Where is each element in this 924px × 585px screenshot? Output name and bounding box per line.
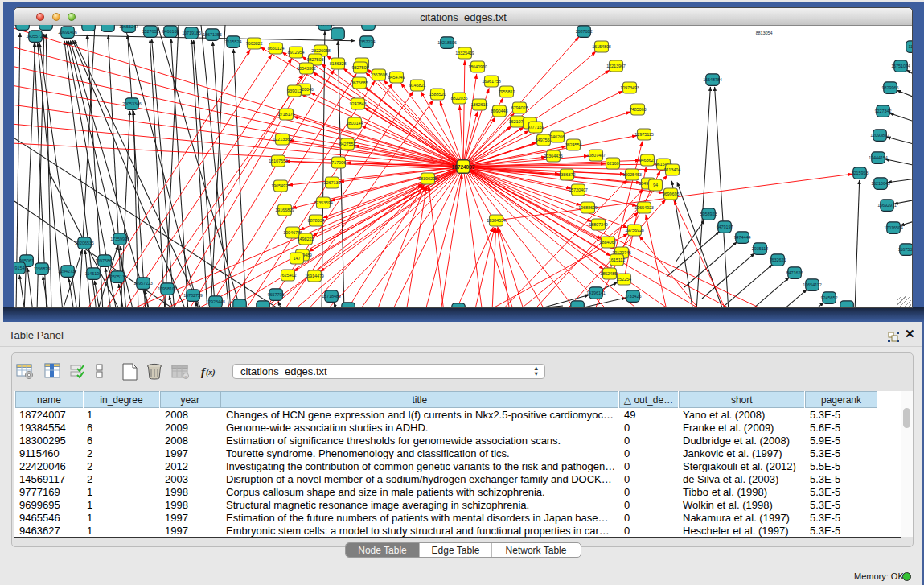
svg-text:18300295: 18300295 (418, 176, 437, 181)
svg-text:8427552: 8427552 (339, 142, 356, 146)
svg-text:8454749: 8454749 (388, 75, 405, 80)
svg-text:7515524: 7515524 (225, 39, 242, 44)
svg-text:8471626: 8471626 (786, 270, 803, 275)
svg-text:1615112: 1615112 (609, 257, 625, 262)
svg-text:8186328: 8186328 (330, 61, 347, 66)
svg-text:7625402: 7625402 (280, 273, 297, 278)
svg-text:3824554: 3824554 (565, 142, 582, 147)
svg-text:13325419: 13325419 (455, 51, 474, 56)
svg-text:9777169: 9777169 (528, 125, 544, 130)
svg-text:17957223: 17957223 (133, 281, 153, 286)
svg-text:9657791: 9657791 (268, 292, 285, 297)
svg-text:16033809: 16033809 (315, 25, 335, 27)
svg-text:10688609: 10688609 (578, 205, 598, 210)
svg-text:939012: 939012 (287, 89, 302, 93)
svg-text:15692971: 15692971 (877, 203, 897, 208)
svg-text:19756928: 19756928 (625, 228, 644, 233)
svg-text:10543362: 10543362 (297, 66, 316, 71)
svg-text:1145194: 1145194 (85, 271, 101, 276)
svg-text:1588520: 1588520 (429, 92, 446, 97)
svg-text:12975115: 12975115 (634, 132, 653, 137)
svg-text:9329966: 9329966 (882, 85, 899, 90)
svg-text:16648784: 16648784 (703, 77, 722, 82)
svg-text:19166829: 19166829 (275, 208, 294, 212)
svg-text:9245652: 9245652 (821, 295, 838, 300)
svg-text:147: 147 (294, 256, 301, 261)
svg-text:2935114: 2935114 (752, 246, 768, 251)
svg-text:8813054: 8813054 (756, 31, 773, 35)
svg-text:20691406: 20691406 (58, 30, 77, 35)
svg-text:7663822: 7663822 (246, 41, 263, 46)
svg-text:2718176: 2718176 (278, 112, 295, 117)
svg-text:8215953: 8215953 (852, 171, 869, 175)
svg-text:16914479: 16914479 (305, 274, 324, 278)
svg-text:12213967: 12213967 (606, 64, 626, 68)
svg-text:12093872: 12093872 (870, 133, 889, 138)
svg-text:16154808: 16154808 (592, 44, 611, 49)
svg-text:5958923: 5958923 (700, 212, 717, 216)
svg-text:6479197: 6479197 (717, 225, 733, 229)
svg-text:10958107: 10958107 (158, 286, 177, 291)
svg-text:62160: 62160 (607, 161, 619, 166)
svg-text:8990448: 8990448 (491, 109, 508, 113)
svg-text:14055724: 14055724 (26, 34, 45, 39)
svg-text:16671355: 16671355 (203, 32, 222, 37)
svg-text:3675685: 3675685 (351, 80, 368, 85)
svg-text:9113404: 9113404 (664, 167, 680, 172)
svg-text:6466160: 6466160 (162, 29, 179, 34)
svg-text:12942737: 12942737 (58, 269, 77, 274)
svg-text:(x): (x) (206, 368, 216, 377)
svg-text:6794028: 6794028 (511, 105, 528, 110)
svg-text:252254: 252254 (617, 277, 631, 282)
svg-text:15718485: 15718485 (322, 294, 341, 299)
svg-text:9884067: 9884067 (600, 240, 617, 245)
svg-text:20364436: 20364436 (544, 154, 563, 159)
svg-text:8878334: 8878334 (308, 218, 325, 223)
svg-text:1362615: 1362615 (471, 102, 488, 107)
svg-text:2367608: 2367608 (371, 72, 388, 77)
svg-text:18640910: 18640910 (468, 64, 487, 69)
svg-text:16961758: 16961758 (482, 79, 501, 84)
svg-text:18724007: 18724007 (452, 164, 475, 170)
svg-text:746266: 746266 (550, 134, 565, 139)
svg-text:19218506: 19218506 (437, 40, 457, 45)
svg-text:18524851: 18524851 (600, 271, 619, 276)
svg-text:10719185: 10719185 (182, 31, 201, 35)
svg-text:16107553: 16107553 (269, 159, 288, 163)
svg-text:x: x (185, 374, 187, 379)
svg-text:9463627: 9463627 (639, 158, 656, 163)
svg-text:14196141: 14196141 (586, 290, 606, 295)
svg-text:23226058: 23226058 (311, 48, 331, 53)
svg-text:7386372: 7386372 (559, 172, 576, 177)
svg-text:10025453: 10025453 (622, 172, 642, 177)
svg-text:17016504: 17016504 (884, 225, 903, 230)
svg-text:39154: 39154 (14, 266, 24, 270)
svg-text:717006: 717006 (331, 160, 346, 165)
svg-text:9242843: 9242843 (350, 101, 367, 106)
svg-text:1733426: 1733426 (625, 294, 642, 299)
svg-text:10654112: 10654112 (803, 282, 821, 287)
svg-text:1527602: 1527602 (142, 29, 159, 34)
svg-text:8912954: 8912954 (288, 50, 305, 55)
svg-text:17359926: 17359926 (110, 237, 129, 241)
svg-text:9699695: 9699695 (663, 192, 680, 196)
svg-text:12923448: 12923448 (206, 299, 225, 304)
svg-text:19384554: 19384554 (487, 218, 506, 223)
svg-text:9227342: 9227342 (875, 109, 892, 113)
svg-text:7485063: 7485063 (630, 107, 647, 112)
svg-text:1498222: 1498222 (298, 237, 314, 241)
svg-text:12213363: 12213363 (273, 137, 292, 142)
svg-text:19654923: 19654923 (634, 205, 654, 210)
svg-text:9146821: 9146821 (409, 83, 426, 88)
svg-text:12444154: 12444154 (869, 155, 888, 160)
svg-text:7357224: 7357224 (359, 39, 376, 44)
svg-text:8660124: 8660124 (268, 46, 285, 51)
svg-text:9327508: 9327508 (352, 65, 369, 70)
svg-text:10975867: 10975867 (95, 258, 114, 263)
svg-text:1167533: 1167533 (898, 247, 912, 252)
svg-text:16210643: 16210643 (871, 181, 890, 186)
svg-text:7632621: 7632621 (770, 257, 786, 262)
svg-text:9474444: 9474444 (734, 235, 751, 240)
svg-text:2087682: 2087682 (576, 29, 593, 34)
svg-text:16782759: 16782759 (183, 293, 203, 298)
